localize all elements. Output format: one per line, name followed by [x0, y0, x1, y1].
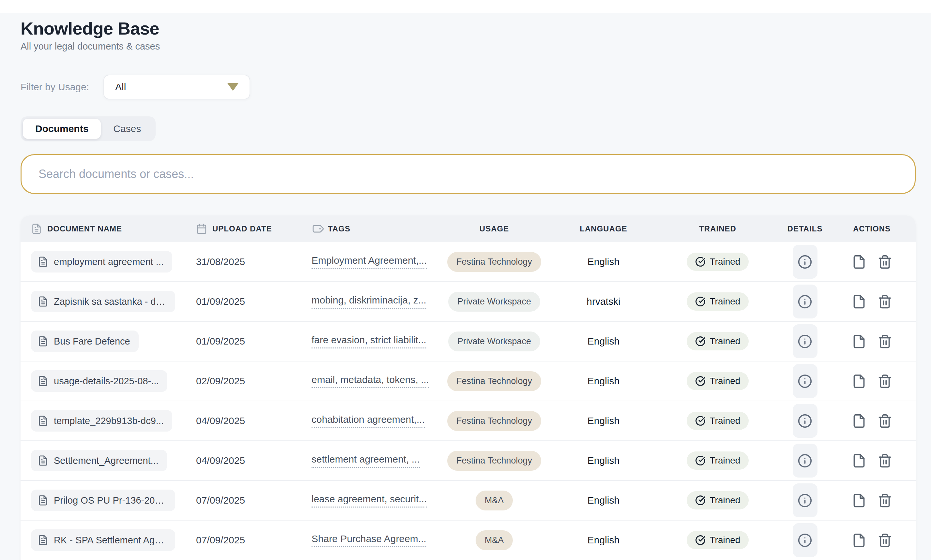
- column-header-upload-date: UPLOAD DATE: [178, 223, 302, 234]
- top-bar: [0, 0, 931, 13]
- upload-date: 31/08/2025: [196, 256, 245, 267]
- triangle-down-icon: [227, 83, 239, 91]
- knowledge-base-page: Knowledge Base All your legal documents …: [0, 13, 931, 560]
- file-icon: [852, 374, 866, 389]
- trash-icon: [877, 334, 892, 349]
- tags-link[interactable]: mobing, diskriminacija, z...: [311, 295, 426, 309]
- tags-link[interactable]: Share Purchase Agreem...: [311, 533, 426, 547]
- trash-icon: [877, 454, 892, 468]
- check-circle-icon: [695, 455, 706, 466]
- trained-badge: Trained: [687, 252, 749, 271]
- delete-document-button[interactable]: [877, 334, 892, 349]
- document-name: Prilog OS PU Pr-136-2024...: [54, 495, 167, 506]
- details-info-button[interactable]: [793, 324, 817, 358]
- open-document-button[interactable]: [852, 255, 866, 269]
- document-name-chip[interactable]: Bus Fare Defence: [31, 331, 139, 352]
- check-circle-icon: [695, 257, 706, 267]
- info-icon: [798, 493, 812, 508]
- trained-badge: Trained: [687, 531, 749, 549]
- details-info-button[interactable]: [793, 444, 817, 477]
- language: English: [587, 375, 620, 386]
- usage-badge: Private Workspace: [448, 292, 540, 312]
- tags-link[interactable]: email, metadata, tokens, ...: [311, 374, 429, 388]
- file-icon: [852, 334, 866, 349]
- info-icon: [798, 334, 812, 349]
- open-document-button[interactable]: [852, 294, 866, 309]
- delete-document-button[interactable]: [877, 493, 892, 508]
- check-circle-icon: [695, 336, 706, 346]
- document-name-chip[interactable]: usage-details-2025-08-...: [31, 370, 167, 392]
- document-name-chip[interactable]: Prilog OS PU Pr-136-2024...: [31, 489, 175, 511]
- details-info-button[interactable]: [793, 483, 817, 517]
- file-text-icon: [37, 495, 49, 506]
- column-header-tags: TAGS: [302, 223, 445, 234]
- details-info-button[interactable]: [793, 523, 817, 557]
- file-text-icon: [37, 296, 49, 307]
- documents-table: DOCUMENT NAME UPLOAD DATE TAGS USAGE LAN…: [20, 215, 916, 560]
- filter-row: Filter by Usage: All: [20, 75, 916, 99]
- document-name-chip[interactable]: Settlement_Agreement...: [31, 450, 167, 471]
- check-circle-icon: [695, 376, 706, 386]
- document-name-chip[interactable]: RK - SPA Settlement Agre...: [31, 529, 175, 551]
- language: English: [587, 455, 620, 466]
- trained-badge: Trained: [687, 292, 749, 311]
- language: English: [587, 336, 620, 347]
- language: hrvatski: [587, 296, 620, 307]
- details-info-button[interactable]: [793, 285, 817, 318]
- check-circle-icon: [695, 415, 706, 426]
- language: English: [587, 256, 620, 267]
- document-name-chip[interactable]: Zapisnik sa sastanka - do...: [31, 291, 175, 312]
- check-circle-icon: [695, 495, 706, 506]
- trash-icon: [877, 493, 892, 508]
- details-info-button[interactable]: [793, 245, 817, 279]
- document-name: template_229b913b-dc9...: [54, 415, 164, 426]
- language: English: [587, 415, 620, 426]
- document-name-chip[interactable]: template_229b913b-dc9...: [31, 410, 172, 432]
- file-icon: [852, 255, 866, 269]
- usage-badge: Festina Technology: [447, 451, 541, 471]
- delete-document-button[interactable]: [877, 533, 892, 548]
- usage-filter-value: All: [115, 82, 126, 92]
- tags-link[interactable]: Employment Agreement,...: [311, 255, 427, 269]
- tab-cases[interactable]: Cases: [101, 118, 153, 139]
- trained-badge: Trained: [687, 412, 749, 430]
- search-input[interactable]: [20, 154, 916, 194]
- trash-icon: [877, 533, 892, 548]
- delete-document-button[interactable]: [877, 454, 892, 468]
- details-info-button[interactable]: [793, 404, 817, 438]
- open-document-button[interactable]: [852, 454, 866, 468]
- info-icon: [798, 374, 812, 389]
- delete-document-button[interactable]: [877, 414, 892, 428]
- page-title: Knowledge Base: [20, 18, 916, 38]
- usage-filter-dropdown[interactable]: All: [103, 75, 250, 99]
- document-name: employment agreement ...: [54, 257, 164, 267]
- column-header-trained: TRAINED: [664, 224, 771, 233]
- open-document-button[interactable]: [852, 533, 866, 548]
- table-row: employment agreement ... 31/08/2025 Empl…: [20, 242, 916, 282]
- trained-badge: Trained: [687, 372, 749, 390]
- open-document-button[interactable]: [852, 374, 866, 389]
- delete-document-button[interactable]: [877, 255, 892, 269]
- column-header-language: LANGUAGE: [543, 224, 664, 233]
- tags-link[interactable]: cohabitation agreement,...: [311, 414, 425, 428]
- table-row: Zapisnik sa sastanka - do... 01/09/2025 …: [20, 282, 916, 322]
- tags-link[interactable]: settlement agreement, ...: [311, 454, 420, 468]
- open-document-button[interactable]: [852, 334, 866, 349]
- delete-document-button[interactable]: [877, 374, 892, 389]
- upload-date: 01/09/2025: [196, 296, 245, 307]
- open-document-button[interactable]: [852, 493, 866, 508]
- details-info-button[interactable]: [793, 364, 817, 398]
- upload-date: 04/09/2025: [196, 455, 245, 466]
- trash-icon: [877, 374, 892, 389]
- file-text-icon: [37, 535, 49, 546]
- tab-documents[interactable]: Documents: [23, 118, 101, 139]
- tags-link[interactable]: lease agreement, securit...: [311, 494, 427, 508]
- document-name: usage-details-2025-08-...: [54, 376, 159, 386]
- file-text-icon: [37, 415, 49, 426]
- info-icon: [798, 414, 812, 428]
- info-icon: [798, 255, 812, 269]
- tags-link[interactable]: fare evasion, strict liabilit...: [311, 334, 426, 348]
- open-document-button[interactable]: [852, 414, 866, 428]
- delete-document-button[interactable]: [877, 294, 892, 309]
- document-name-chip[interactable]: employment agreement ...: [31, 251, 172, 272]
